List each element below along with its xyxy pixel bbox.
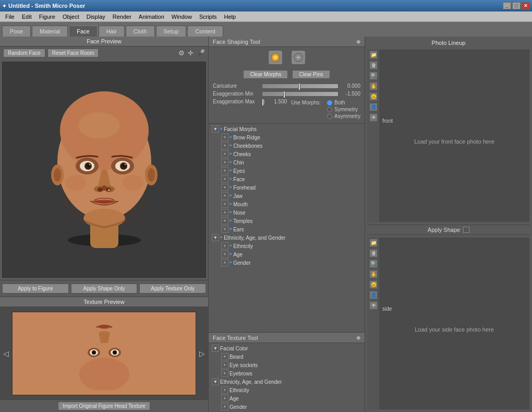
tree-face[interactable]: + • Face (220, 175, 362, 183)
tree-nose[interactable]: + • Nose (220, 208, 362, 217)
front-delete-icon[interactable]: 🗑 (369, 61, 378, 69)
maximize-button[interactable]: □ (512, 2, 521, 9)
expand-eyes[interactable]: + (221, 167, 228, 174)
caricature-slider[interactable] (262, 84, 338, 89)
reset-face-room-button[interactable]: Reset Face Room (47, 49, 99, 57)
front-face3-icon[interactable]: 👁 (369, 113, 378, 122)
side-zoom-icon[interactable]: 🔍 (369, 260, 378, 268)
front-hand-icon[interactable]: ✋ (369, 82, 378, 90)
side-delete-icon[interactable]: 🗑 (369, 249, 378, 257)
menu-animation[interactable]: Animation (136, 13, 167, 21)
morphs-both-radio[interactable] (327, 100, 332, 105)
expand-mouth[interactable]: + (221, 201, 228, 208)
front-face2-icon[interactable]: 👤 (369, 103, 378, 111)
expand-texture-ethnicity-child[interactable]: + (221, 386, 228, 394)
tree-facial-morphs-root[interactable]: ▼ • Facial Morphs (211, 125, 362, 133)
tab-hair[interactable]: Hair (99, 26, 125, 37)
tree-ethnicity-root[interactable]: ▼ • Ethnicity, Age, and Gender (211, 233, 362, 242)
expand-temples[interactable]: + (221, 217, 228, 225)
tree-eyes[interactable]: + • Eyes (220, 167, 362, 175)
apply-shape-checkbox[interactable] (463, 227, 469, 233)
expand-ethnicity[interactable]: ▼ (212, 234, 219, 241)
menu-help[interactable]: Help (221, 13, 239, 21)
expand-cheeks[interactable]: + (221, 150, 228, 158)
expand-texture-ethnicity[interactable]: ▼ (212, 378, 219, 385)
expand-chin[interactable]: + (221, 159, 228, 166)
tree-mouth[interactable]: + • Mouth (220, 200, 362, 208)
side-face2-icon[interactable]: 👤 (369, 291, 378, 299)
tab-content[interactable]: Content (187, 26, 223, 37)
shaping-tool-primary[interactable] (268, 50, 283, 65)
close-button[interactable]: ✕ (522, 2, 530, 9)
side-face-icon[interactable]: 😐 (369, 280, 378, 289)
menu-render[interactable]: Render (110, 13, 135, 21)
shaping-tool-secondary[interactable] (291, 50, 306, 65)
tab-face[interactable]: Face (69, 26, 97, 37)
expand-brow-ridge[interactable]: + (221, 134, 228, 141)
texture-tool-collapse-icon[interactable]: ◆ (356, 334, 360, 341)
tree-ears[interactable]: + • Ears (220, 225, 362, 233)
side-hand-icon[interactable]: ✋ (369, 270, 378, 278)
front-face-icon[interactable]: 😐 (369, 92, 378, 101)
tree-chin[interactable]: + • Chin (220, 158, 362, 167)
tree-eye-sockets[interactable]: + Eye sockets (220, 361, 362, 369)
shaping-collapse-icon[interactable]: ◆ (356, 38, 360, 45)
expand-ears[interactable]: + (221, 226, 228, 233)
tab-cloth[interactable]: Cloth (126, 26, 155, 37)
tree-gender[interactable]: + • Gender (220, 258, 362, 267)
texture-nav-right[interactable]: ▷ (198, 348, 206, 359)
front-folder-icon[interactable]: 📁 (369, 51, 378, 59)
tree-age[interactable]: + • Age (220, 250, 362, 258)
menu-file[interactable]: File (2, 13, 18, 21)
tab-setup[interactable]: Setup (156, 26, 187, 37)
import-texture-button[interactable]: Import Original Figure Head Texture (58, 402, 150, 410)
expand-eyebrows[interactable]: + (221, 370, 228, 377)
expand-facial-color[interactable]: ▼ (212, 345, 219, 352)
expand-gender[interactable]: + (221, 259, 228, 266)
apply-texture-only-button[interactable]: Apply Texture Only (139, 284, 206, 293)
tree-texture-age[interactable]: + Age (220, 394, 362, 403)
tab-pose[interactable]: Pose (2, 26, 31, 37)
clear-morphs-button[interactable]: Clear Morphs (243, 70, 288, 79)
morphs-symmetry-option[interactable]: Symmetry (327, 107, 360, 112)
exag-max-slider[interactable] (262, 99, 265, 104)
menu-window[interactable]: Window (168, 13, 195, 21)
move-icon[interactable]: ✛ (188, 49, 194, 57)
morphs-both-option[interactable]: Both (327, 100, 360, 105)
expand-eye-sockets[interactable]: + (221, 361, 228, 369)
expand-face[interactable]: + (221, 175, 228, 183)
tree-temples[interactable]: + • Temples (220, 217, 362, 225)
apply-shape-only-button[interactable]: Apply Shape Only (71, 284, 138, 293)
settings-icon[interactable]: ⚙ (178, 49, 185, 57)
expand-facial-morphs[interactable]: ▼ (212, 125, 219, 133)
tree-texture-gender[interactable]: + Gender (220, 403, 362, 411)
side-folder-icon[interactable]: 📁 (369, 239, 378, 247)
texture-nav-left[interactable]: ◁ (2, 348, 10, 359)
morphs-asymmetry-option[interactable]: Asymmetry (327, 113, 360, 119)
clear-pins-button[interactable]: Clear Pins (292, 70, 330, 79)
tree-eyebrows[interactable]: + Eyebrows (220, 369, 362, 378)
expand-beard[interactable]: + (221, 353, 228, 360)
tree-facial-color[interactable]: ▼ Facial Color (211, 344, 362, 352)
front-zoom-icon[interactable]: 🔍 (369, 72, 378, 80)
tree-ethnicity[interactable]: + • Ethnicity (220, 242, 362, 250)
expand-nose[interactable]: + (221, 209, 228, 216)
apply-to-figure-button[interactable]: Apply to Figure (2, 284, 69, 293)
expand-age[interactable]: + (221, 251, 228, 258)
random-face-button[interactable]: Random Face (3, 49, 45, 57)
expand-ethnicity-child[interactable]: + (221, 242, 228, 250)
exag-min-slider[interactable] (262, 91, 338, 97)
expand-texture-age[interactable]: + (221, 395, 228, 402)
tree-texture-ethnicity-root[interactable]: ▼ Ethnicity, Age, and Gender (211, 378, 362, 386)
minimize-button[interactable]: _ (503, 2, 511, 9)
tree-brow-ridge[interactable]: + • Brow Ridge (220, 133, 362, 142)
expand-jaw[interactable]: + (221, 192, 228, 199)
menu-scripts[interactable]: Scripts (196, 13, 220, 21)
morphs-symmetry-radio[interactable] (327, 107, 332, 112)
tree-texture-ethnicity[interactable]: + Ethnicity (220, 386, 362, 394)
menu-object[interactable]: Object (59, 13, 82, 21)
menu-figure[interactable]: Figure (36, 13, 58, 21)
tree-jaw[interactable]: + • Jaw (220, 192, 362, 200)
tree-cheeks[interactable]: + • Cheeks (220, 150, 362, 158)
tree-cheekbones[interactable]: + • Cheekbones (220, 142, 362, 150)
